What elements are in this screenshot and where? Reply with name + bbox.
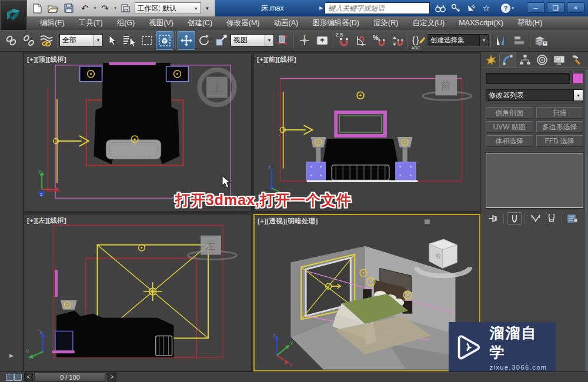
minimize-button[interactable]: – [527, 2, 544, 13]
modifier-list-dropdown[interactable]: 修改器列表 ▼ [486, 89, 583, 101]
menu-help[interactable]: 帮助(H) [510, 16, 549, 29]
named-selection-dropdown[interactable]: 创建选择集 ▼ [427, 34, 489, 46]
manipulate-icon [298, 34, 311, 47]
next-frame-button[interactable]: > [108, 373, 116, 381]
window-crossing-toggle[interactable] [156, 31, 173, 50]
select-and-manipulate-button[interactable] [296, 31, 313, 50]
search-input[interactable] [325, 2, 430, 14]
new-file-button[interactable] [31, 2, 44, 15]
tab-hierarchy[interactable] [516, 52, 533, 68]
time-slider-handle[interactable]: 0 / 100 [35, 373, 105, 381]
search-button[interactable] [433, 2, 448, 15]
modifier-stack-list[interactable] [486, 153, 583, 208]
workspace-flyout-arrow[interactable]: ▼ [203, 6, 211, 11]
tab-utilities[interactable] [567, 52, 584, 68]
spinner-snap-toggle[interactable] [388, 31, 406, 50]
viewport-perspective-label[interactable]: [+][透视][明暗处理] [258, 217, 318, 226]
align-button[interactable] [510, 31, 528, 50]
favorites-button[interactable]: ☆ [479, 2, 494, 15]
project-folder-button[interactable] [119, 2, 132, 15]
maximize-button[interactable]: ❑ [547, 2, 564, 13]
menu-modifiers[interactable]: 修改器(M) [219, 16, 266, 29]
help-icon: ? [501, 4, 510, 13]
dock-expand-arrow-icon[interactable]: ▶ [9, 353, 14, 358]
unlink-selection-button[interactable] [20, 31, 38, 50]
app-logo-button[interactable] [0, 0, 27, 31]
modifier-button-vol-select[interactable]: 体积选择 [486, 135, 533, 147]
menu-views[interactable]: 视图(V) [142, 16, 181, 29]
menu-group[interactable]: 组(G) [110, 16, 142, 29]
viewport-layout-icon[interactable] [6, 374, 22, 381]
bind-to-space-warp-button[interactable] [38, 31, 55, 50]
viewport-front-label[interactable]: [+][前][线框] [257, 55, 296, 64]
save-file-button[interactable] [62, 2, 76, 15]
reference-coordsys-value: 视图 [231, 35, 265, 45]
angle-snap-toggle[interactable] [353, 31, 370, 50]
select-and-scale-button[interactable] [213, 31, 230, 50]
make-unique-button[interactable] [528, 212, 543, 224]
use-pivot-center-button[interactable] [274, 31, 292, 50]
pin-stack-button[interactable] [486, 212, 500, 224]
remove-modifier-button[interactable] [544, 212, 559, 224]
open-file-button[interactable] [46, 2, 60, 15]
menu-rendering[interactable]: 渲染(R) [366, 16, 405, 29]
svg-text:左: 左 [206, 241, 215, 251]
select-and-rotate-button[interactable] [195, 31, 213, 50]
undo-flyout-arrow[interactable]: ▾ [94, 6, 96, 11]
viewport-front[interactable]: [+][前][线框] [253, 53, 480, 212]
select-object-button[interactable] [103, 31, 121, 50]
tab-motion[interactable] [533, 52, 550, 68]
communication-center-button[interactable] [463, 2, 479, 15]
undo-button[interactable]: ↶ [78, 2, 92, 15]
help-button[interactable]: ?▾ [500, 2, 515, 15]
configure-modifier-sets-button[interactable] [565, 212, 580, 224]
redo-flyout-arrow[interactable]: ▾ [114, 6, 116, 11]
show-end-result-button[interactable] [507, 212, 522, 224]
viewport-perspective[interactable]: [+][透视][明暗处理] [253, 214, 480, 371]
layer-manager-button[interactable] [532, 31, 550, 50]
viewport-left-label[interactable]: [+][左][线框] [27, 216, 66, 225]
redo-icon: ↷ [101, 3, 109, 14]
viewport-front-scene: 前 z [254, 53, 480, 211]
menu-edit[interactable]: 编辑(E) [33, 16, 72, 29]
favorites-star-icon: ☆ [482, 3, 490, 14]
reference-coordsys-dropdown[interactable]: 视图 ▼ [230, 34, 274, 46]
close-button[interactable]: × [567, 2, 584, 13]
search-flyout-icon[interactable]: ▶ [319, 2, 323, 14]
keyboard-shortcut-override-toggle[interactable] [313, 31, 331, 50]
viewport-top[interactable]: [+][顶][线框] 上 Y [24, 53, 252, 212]
viewport-top-label[interactable]: [+][顶][线框] [27, 55, 66, 64]
modifier-button-ffd-select[interactable]: FFD 选择 [536, 135, 584, 147]
rectangular-selection-region-button[interactable] [138, 31, 156, 50]
select-by-name-button[interactable] [121, 31, 138, 50]
command-panel-scrollbar[interactable] [585, 69, 588, 371]
percent-snap-toggle[interactable]: % [370, 31, 388, 50]
menu-customize[interactable]: 自定义(U) [405, 16, 452, 29]
tab-create[interactable] [482, 52, 499, 68]
modifier-button-poly-select[interactable]: 多边形选择 [536, 121, 584, 133]
edit-named-selection-sets-button[interactable]: {} ABC [410, 31, 427, 50]
mirror-button[interactable] [493, 31, 510, 50]
menu-create[interactable]: 创建(C) [181, 16, 219, 29]
redo-button[interactable]: ↷ [98, 2, 112, 15]
tab-modify[interactable] [499, 52, 516, 68]
modifier-button-bevel-profile[interactable]: 倒角剖面 [486, 107, 533, 119]
subscription-button[interactable] [448, 2, 463, 15]
previous-frame-button[interactable]: < [24, 373, 33, 381]
select-and-link-button[interactable] [2, 31, 20, 50]
select-and-move-button[interactable] [178, 31, 195, 50]
object-name-field[interactable] [486, 73, 570, 84]
object-color-swatch[interactable] [572, 73, 583, 84]
viewport-left[interactable]: [+][左][线框] 左 [24, 214, 252, 371]
axis-tripod-left: z Y [25, 329, 45, 358]
selection-filter-dropdown[interactable]: 全部 ▼ [59, 34, 103, 46]
modifier-button-uvw-map[interactable]: UVW 贴图 [486, 121, 533, 133]
workspace-selector[interactable]: 工作区: 默认 ▼ [135, 2, 201, 14]
menu-graph-editors[interactable]: 图形编辑器(D) [305, 16, 366, 29]
menu-maxscript[interactable]: MAXScript(X) [452, 16, 510, 29]
tab-display[interactable] [550, 52, 567, 68]
menu-tools[interactable]: 工具(T) [72, 16, 110, 29]
modifier-button-sweep[interactable]: 扫描 [536, 107, 584, 119]
menu-animation[interactable]: 动画(A) [266, 16, 305, 29]
snaps-toggle-button[interactable]: 2.5 [335, 31, 353, 50]
